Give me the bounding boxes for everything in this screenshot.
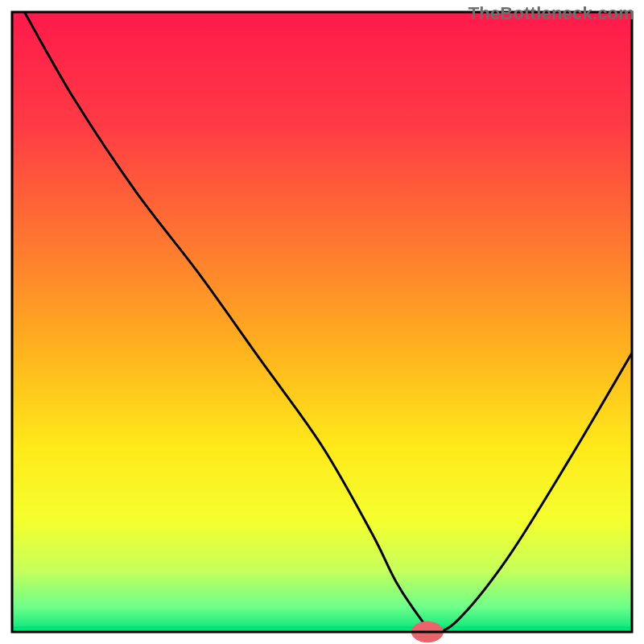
watermark-text: TheBottleneck.com (469, 3, 634, 24)
chart-stage: TheBottleneck.com (0, 0, 644, 644)
bottleneck-chart (0, 0, 644, 644)
heat-gradient-background (12, 12, 632, 632)
